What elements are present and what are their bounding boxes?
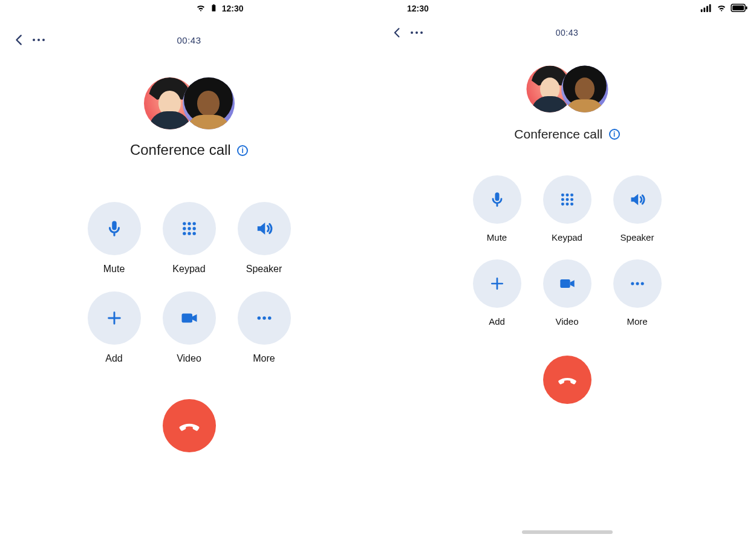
- speaker-label: Speaker: [246, 264, 282, 275]
- participant-avatars: [378, 63, 756, 117]
- keypad-label: Keypad: [172, 264, 205, 275]
- end-call-button[interactable]: [543, 356, 591, 404]
- phone-hangup-icon: [177, 414, 201, 438]
- keypad-button[interactable]: Keypad: [533, 175, 601, 242]
- participant-avatar-2: [561, 66, 608, 112]
- overflow-menu-button[interactable]: [33, 39, 45, 41]
- end-call-button[interactable]: [163, 399, 216, 452]
- back-button[interactable]: [389, 24, 406, 41]
- keypad-label: Keypad: [552, 232, 582, 242]
- video-label: Video: [555, 316, 578, 327]
- status-time: 12:30: [407, 4, 429, 13]
- speaker-button[interactable]: Speaker: [228, 202, 301, 275]
- call-title: Conference call: [130, 142, 231, 158]
- wifi-icon: [716, 2, 727, 15]
- status-bar: 12:30: [0, 0, 378, 15]
- wifi-icon: [195, 2, 206, 15]
- speaker-button[interactable]: Speaker: [604, 175, 671, 242]
- more-label: More: [253, 353, 275, 364]
- microphone-icon: [489, 191, 506, 208]
- signal-icon: [700, 4, 712, 14]
- top-nav: 00:43: [378, 15, 756, 41]
- plus-icon: [489, 276, 505, 291]
- add-label: Add: [105, 353, 122, 364]
- microphone-icon: [105, 220, 123, 238]
- video-icon: [180, 309, 198, 327]
- chevron-left-icon: [391, 27, 403, 39]
- video-button[interactable]: Video: [153, 291, 226, 364]
- chevron-left-icon: [13, 33, 26, 47]
- video-label: Video: [177, 353, 201, 364]
- mute-label: Mute: [103, 264, 125, 275]
- more-button[interactable]: More: [228, 291, 301, 364]
- speaker-icon: [255, 220, 273, 238]
- home-indicator[interactable]: [522, 530, 613, 534]
- more-label: More: [627, 316, 647, 327]
- info-icon[interactable]: i: [609, 129, 620, 140]
- status-time: 12:30: [222, 4, 244, 13]
- top-nav: 00:43: [0, 15, 378, 48]
- add-label: Add: [489, 316, 505, 327]
- phone-android: 12:30 00:43 Conference call: [0, 0, 378, 540]
- phone-hangup-icon: [556, 369, 578, 391]
- overflow-menu-button[interactable]: [411, 31, 423, 34]
- video-icon: [559, 275, 576, 292]
- battery-icon: [210, 2, 218, 15]
- dots-horizontal-icon: [255, 309, 273, 327]
- add-button[interactable]: Add: [78, 291, 151, 364]
- status-bar: 12:30: [378, 0, 756, 15]
- battery-icon: [731, 4, 748, 14]
- call-controls: Mute Keypad Speaker Add Video More: [378, 175, 756, 327]
- participant-avatar-2: [183, 77, 235, 129]
- call-title: Conference call: [514, 127, 602, 142]
- mute-button[interactable]: Mute: [463, 175, 531, 242]
- participant-avatars: [0, 77, 378, 132]
- speaker-label: Speaker: [621, 232, 654, 242]
- video-button[interactable]: Video: [533, 259, 601, 327]
- call-duration: 00:43: [177, 35, 201, 45]
- call-duration: 00:43: [556, 28, 579, 37]
- back-button[interactable]: [11, 31, 28, 48]
- keypad-button[interactable]: Keypad: [153, 202, 226, 275]
- speaker-icon: [629, 191, 646, 208]
- dots-horizontal-icon: [629, 275, 646, 292]
- keypad-icon: [181, 220, 198, 237]
- more-button[interactable]: More: [604, 259, 671, 327]
- plus-icon: [106, 310, 123, 327]
- mute-button[interactable]: Mute: [78, 202, 151, 275]
- info-icon[interactable]: i: [237, 145, 248, 156]
- keypad-icon: [559, 192, 575, 207]
- mute-label: Mute: [487, 232, 507, 242]
- add-button[interactable]: Add: [463, 259, 531, 327]
- phone-ios: 12:30 00:43: [378, 0, 756, 540]
- call-controls: Mute Keypad Speaker Add Video More: [0, 202, 378, 364]
